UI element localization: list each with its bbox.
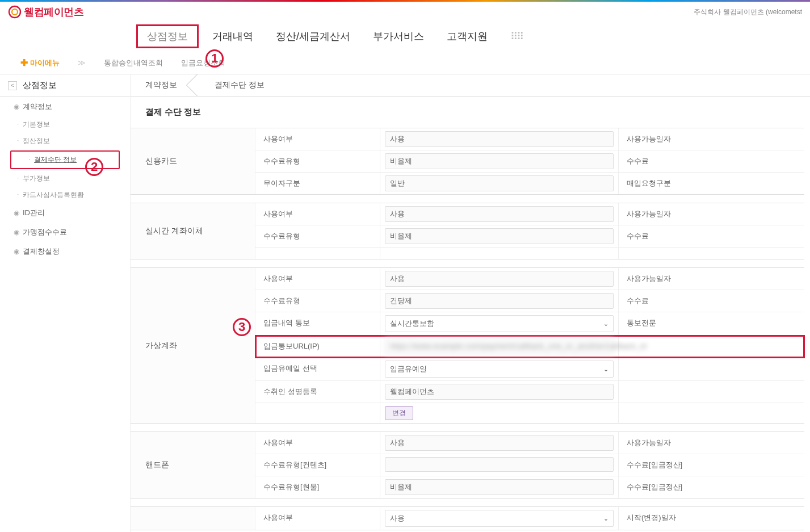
sidebar-cat-label: 계약정보 xyxy=(23,102,52,112)
table-row: 입금통보URL(IP)https://www.example.com/payme… xyxy=(255,336,804,358)
sidebar-sub-card-audit[interactable]: 카드사심사등록현황 xyxy=(0,187,130,203)
sub-menu: ✚ 마이메뉴 ≫ 통합승인내역조회 입금요청조회 1 xyxy=(0,52,810,74)
select-input[interactable]: 사용⌄ xyxy=(385,510,614,527)
sidebar-cat-merchant-fee[interactable]: ◉가맹점수수료 xyxy=(0,223,130,242)
field-right-label: 사용가능일자 xyxy=(619,203,804,225)
field-value-cell: 사용⌄ xyxy=(380,507,619,530)
sidebar-cat-label: 결제창설정 xyxy=(23,246,60,257)
field-label: 사용여부 xyxy=(255,128,380,150)
breadcrumb-contract[interactable]: 계약정보 xyxy=(131,74,192,96)
field-right-label: 수수료[입금정산] xyxy=(619,476,804,498)
table-row: 무이자구분일반매입요청구분 xyxy=(255,173,804,194)
table-row: 사용여부사용사용가능일자 xyxy=(255,268,804,290)
field-label: 사용여부 xyxy=(255,203,380,225)
my-menu[interactable]: ✚ 마이메뉴 xyxy=(20,57,60,68)
sidebar-cat-label: ID관리 xyxy=(23,208,45,218)
section-body: 사용여부사용사용가능일자수수료유형비율제수수료 xyxy=(255,203,804,259)
chevron-right-icon: ≫ xyxy=(78,58,86,67)
field-label: 사용여부 xyxy=(255,432,380,454)
apps-grid-icon[interactable]: ⠿⠿ xyxy=(510,30,523,43)
field-label: 수수료유형 xyxy=(255,150,380,172)
submenu-approval[interactable]: 통합승인내역조회 xyxy=(104,58,163,68)
field-value-cell: 실시간통보함⌄ xyxy=(380,312,619,335)
bullet-icon: ◉ xyxy=(14,228,19,236)
back-button[interactable]: < xyxy=(8,81,17,90)
field-right-label: 사용가능일자 xyxy=(619,268,804,290)
nav-settlement[interactable]: 정산/세금계산서 xyxy=(276,30,350,43)
change-button[interactable]: 변경 xyxy=(385,406,413,420)
content: 계약정보 결제수단 정보 결제 수단 정보 신용카드사용여부사용사용가능일자수수… xyxy=(131,74,810,532)
value-box: 일반 xyxy=(385,175,614,191)
select-value: 사용 xyxy=(390,513,405,523)
section-label: 핸드폰 xyxy=(131,432,255,498)
nav-store-info[interactable]: 상점정보 xyxy=(136,24,199,48)
logo-icon xyxy=(8,5,22,19)
select-input[interactable]: 입금유예일⌄ xyxy=(385,361,614,378)
field-label xyxy=(255,403,380,423)
sidebar-cat-id[interactable]: ◉ID관리 xyxy=(0,203,130,223)
select-input[interactable]: 실시간통보함⌄ xyxy=(385,315,614,332)
field-value-cell: 건당제 xyxy=(380,290,619,312)
field-value-cell: 사용 xyxy=(380,203,619,225)
sidebar-cat-checkout-config[interactable]: ◉결제창설정 xyxy=(0,242,130,261)
section-label: 가상계좌 xyxy=(131,268,255,423)
sidebar-cat-contract[interactable]: ◉계약정보 xyxy=(0,97,130,116)
field-value-cell: 사용 xyxy=(380,128,619,150)
table-row: 수취인 성명등록웰컴페이먼츠 xyxy=(255,381,804,403)
section-virtual-account: 가상계좌사용여부사용사용가능일자수수료유형건당제수수료입금내역 통보실시간통보함… xyxy=(131,267,804,424)
sidebar: < 상점정보 ◉계약정보 기본정보 정산정보 결제수단 정보 부가정보 카드사심… xyxy=(0,74,131,532)
field-label: 수수료유형 xyxy=(255,225,380,247)
field-right-label: 매입요청구분 xyxy=(619,173,804,194)
field-right-label: 사용가능일자 xyxy=(619,432,804,454)
field-label: 입금통보URL(IP) xyxy=(255,336,380,357)
select-value: 입금유예일 xyxy=(390,364,427,374)
section-body: 사용여부사용사용가능일자수수료유형비율제수수료무이자구분일반매입요청구분 xyxy=(255,128,804,194)
section-realtime-transfer: 실시간 계좌이체사용여부사용사용가능일자수수료유형비율제수수료 xyxy=(131,203,804,259)
value-box: 비율제 xyxy=(385,479,614,495)
field-label xyxy=(255,248,380,259)
svg-point-0 xyxy=(9,6,20,18)
plus-icon: ✚ xyxy=(20,57,28,68)
breadcrumb-payment-method[interactable]: 결제수단 정보 xyxy=(192,74,279,96)
select-value: 실시간통보함 xyxy=(390,319,434,329)
field-label: 수취인 성명등록 xyxy=(255,381,380,403)
table-row: 입금유예일 선택입금유예일⌄ xyxy=(255,358,804,381)
field-value-cell: 비율제 xyxy=(380,476,619,498)
table-row: 변경 xyxy=(255,403,804,423)
field-label: 사용여부 xyxy=(255,507,380,530)
section-body: 사용여부사용사용가능일자수수료유형건당제수수료입금내역 통보실시간통보함⌄통보전… xyxy=(255,268,804,423)
chevron-down-icon: ⌄ xyxy=(603,320,608,328)
breadcrumb: 계약정보 결제수단 정보 xyxy=(131,74,810,97)
value-box: https://www.example.com/payment/callback… xyxy=(385,338,614,354)
field-right-label xyxy=(619,381,804,403)
field-value-cell: 일반 xyxy=(380,173,619,194)
field-value-cell: 웰컴페이먼츠 xyxy=(380,381,619,403)
field-right-label: 수수료 xyxy=(619,290,804,312)
bullet-icon: ◉ xyxy=(14,209,19,217)
sidebar-sub-settlement[interactable]: 정산정보 xyxy=(0,133,130,149)
field-label: 수수료유형[현물] xyxy=(255,476,380,498)
table-row: 수수료유형[현물]비율제수수료[입금정산] xyxy=(255,476,804,498)
field-label: 입금유예일 선택 xyxy=(255,358,380,380)
main-nav: 상점정보 거래내역 정산/세금계산서 부가서비스 고객지원 ⠿⠿ xyxy=(0,21,810,52)
sidebar-sub-payment-method[interactable]: 결제수단 정보 xyxy=(11,152,119,168)
table-row: 수수료유형[컨텐츠]수수료[입금정산] xyxy=(255,454,804,476)
field-label: 수수료유형 xyxy=(255,290,380,312)
nav-addon[interactable]: 부가서비스 xyxy=(373,30,424,43)
submenu-deposit[interactable]: 입금요청조회 xyxy=(181,58,225,68)
field-value-cell: 변경 xyxy=(380,403,619,423)
sidebar-title: 상점정보 xyxy=(23,80,57,91)
table-row xyxy=(255,248,804,259)
logo[interactable]: 웰컴페이먼츠 xyxy=(8,5,83,19)
value-box: 사용 xyxy=(385,271,614,287)
field-label: 사용여부 xyxy=(255,268,380,290)
nav-support[interactable]: 고객지원 xyxy=(447,30,488,43)
sidebar-sub-basic[interactable]: 기본정보 xyxy=(0,116,130,133)
nav-transactions[interactable]: 거래내역 xyxy=(212,30,253,43)
table-row: 사용여부사용사용가능일자 xyxy=(255,432,804,454)
table-row: 사용여부사용사용가능일자 xyxy=(255,128,804,150)
field-right-label: 수수료 xyxy=(619,225,804,247)
value-box: 비율제 xyxy=(385,153,614,169)
sidebar-sub-addon[interactable]: 부가정보 xyxy=(0,170,130,187)
field-value-cell: https://www.example.com/payment/callback… xyxy=(380,336,619,357)
